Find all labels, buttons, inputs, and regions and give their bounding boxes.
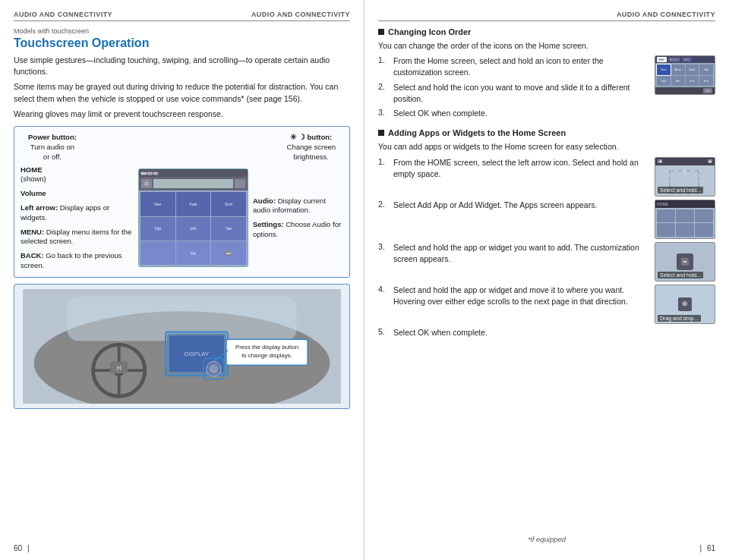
changing-icon-image: MAP AUDIO SRC Nav Auto Srch Opt Info Set… [655,55,715,122]
section-label: Models with touchscreen [14,27,350,35]
adding-screen-3: Select and hold... [655,242,715,282]
svg-text:H: H [117,364,122,372]
icon-order-screen: MAP AUDIO SRC Nav Auto Srch Opt Info Set… [655,55,715,95]
svg-point-23 [210,364,219,373]
power-button-label: Power button: Turn audio onor off. [28,133,77,162]
right-page: AUDIO AND CONNECTIVITY Changing Icon Ord… [364,0,729,560]
changing-icon-intro: You can change the order of the icons on… [378,40,715,52]
body-para-1: Use simple gestures—including touching, … [14,55,350,77]
adding-apps-heading: Adding Apps or Widgets to the Home Scree… [378,128,715,137]
car-interior-svg: H DISPLAY Press the display button to ch… [19,289,345,404]
adding-screen-4: ⊕ Drag and drop... [655,285,715,324]
brightness-button-label: ✳ ☽ button: Change screenbrightness. [287,133,336,162]
back-label: BACK: Go back to the previous screen. [21,251,134,271]
diagram-right-labels: Audio: Display current audio information… [253,197,343,240]
settings-label: Settings: Choose Audio for options. [253,220,343,240]
adding-step-2: 2. Select Add App or Add Widget. The App… [378,200,650,211]
top-labels: Power button: Turn audio onor off. ✳ ☽ b… [21,133,343,162]
left-page-number: 60 | [14,544,30,552]
body-para-2: Some items may be grayed out during driv… [14,81,350,104]
svg-text:Press the display button: Press the display button [235,344,298,351]
svg-text:to change displays.: to change displays. [241,351,292,358]
changing-icon-steps: 1. From the Home screen, select and hold… [378,55,715,122]
diagram-left-labels: HOME(shown) Volume Left arrow: Display a… [21,165,134,271]
section-icon [378,29,384,35]
right-page-number: | 61 [699,544,715,552]
menu-label: MENU: Display menu items for the selecte… [21,228,134,247]
left-header-right: AUDIO AND CONNECTIVITY [251,11,350,18]
step-3: 3. Select OK when complete. [378,108,649,119]
volume-label: Volume [21,189,134,199]
touchscreen-diagram: Power button: Turn audio onor off. ✳ ☽ b… [14,126,350,278]
adding-step-3: 3. Select and hold the app or widget you… [378,242,650,265]
audio-label: Audio: Display current audio information… [253,197,343,216]
footer-note: *if equipped [378,535,715,543]
changing-icon-order-heading: Changing Icon Order [378,27,715,36]
adding-apps-steps-section: 1. From the HOME screen, select the left… [378,157,715,341]
section-icon-2 [378,130,384,136]
right-header: AUDIO AND CONNECTIVITY [378,11,715,21]
section-title: Touchscreen Operation [14,36,350,50]
adding-step-4: 4. Select and hold the app or widget and… [378,285,650,307]
left-page: AUDIO AND CONNECTIVITY AUDIO AND CONNECT… [0,0,364,560]
adding-step-2-row: 2. Select Add App or Add Widget. The App… [378,200,715,239]
adding-step-5: 5. Select OK when complete. [378,327,715,338]
adding-screen-1: ◀ ▶ ↑ Select and hold... [655,157,715,197]
adding-screen-2: HOME [655,200,715,239]
step-1: 1. From the Home screen, select and hold… [378,55,649,78]
car-photo-box: H DISPLAY Press the display button to ch… [14,284,350,409]
adding-step-1-row: 1. From the HOME screen, select the left… [378,157,715,197]
body-para-3: Wearing gloves may limit or prevent touc… [14,109,350,120]
step-2: 2. Select and hold the icon you want to … [378,82,649,105]
svg-point-0 [144,181,149,186]
adding-apps-intro: You can add apps or widgets to the Home … [378,141,715,153]
diagram-inner: HOME(shown) Volume Left arrow: Display a… [21,165,343,271]
adding-step-3-row: 3. Select and hold the app or widget you… [378,242,715,282]
left-header: AUDIO AND CONNECTIVITY AUDIO AND CONNECT… [14,11,350,21]
adding-step-4-row: 4. Select and hold the app or widget and… [378,285,715,324]
svg-text:DISPLAY: DISPLAY [185,351,210,357]
adding-step-1: 1. From the HOME screen, select the left… [378,157,650,180]
screen-mockup: MAP AUDIO SRC [138,168,248,267]
left-arrow-label: Left arrow: Display apps or widgets. [21,203,134,223]
home-label: HOME(shown) [21,165,134,185]
